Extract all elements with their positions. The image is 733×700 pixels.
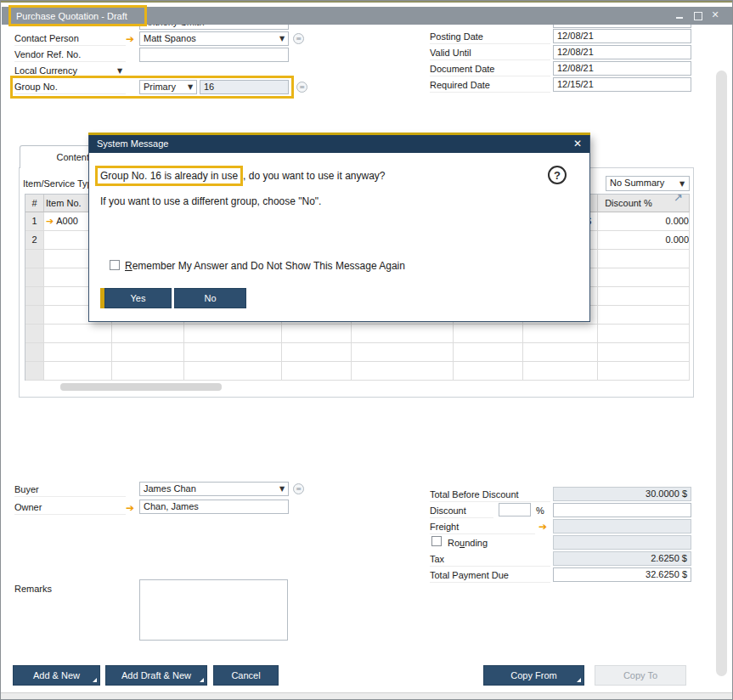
maximize-icon[interactable]: [692, 10, 702, 20]
add-and-new-button[interactable]: Add & New: [13, 665, 100, 686]
table-cell[interactable]: [598, 306, 690, 325]
contact-person-menu-icon[interactable]: ≡: [293, 33, 304, 44]
discount-percent-input[interactable]: [499, 503, 531, 517]
table-cell[interactable]: [25, 362, 44, 381]
contact-person-label: Contact Person: [14, 32, 126, 46]
copy-from-button[interactable]: Copy From: [483, 665, 584, 686]
owner-input[interactable]: Chan, James: [139, 500, 289, 514]
table-cell[interactable]: [112, 325, 184, 343]
table-cell[interactable]: [282, 325, 352, 343]
buyer-select[interactable]: James Chan: [139, 482, 289, 496]
table-cell[interactable]: 1: [25, 212, 44, 231]
group-no-menu-icon[interactable]: ≡: [296, 82, 307, 93]
contact-person-chevron-down-icon[interactable]: ▼: [279, 35, 285, 42]
table-cell[interactable]: [352, 362, 454, 381]
table-cell[interactable]: [112, 362, 184, 381]
posting-date-label: Posting Date: [430, 31, 550, 44]
vertical-scrollbar[interactable]: [716, 71, 727, 676]
table-cell[interactable]: [598, 362, 690, 381]
table-cell[interactable]: [25, 343, 44, 362]
table-cell[interactable]: [598, 268, 690, 287]
dialog-close-icon[interactable]: ✕: [573, 138, 582, 150]
required-date-input[interactable]: 12/15/21: [553, 77, 691, 92]
table-cell[interactable]: [523, 325, 598, 343]
table-cell[interactable]: [184, 362, 282, 381]
table-cell[interactable]: [44, 343, 112, 362]
table-cell[interactable]: [598, 287, 690, 306]
column-header[interactable]: #: [25, 195, 44, 212]
buyer-chevron-down-icon[interactable]: ▼: [279, 485, 285, 493]
table-cell[interactable]: [352, 325, 454, 343]
group-no-input[interactable]: 16: [200, 80, 289, 94]
contact-person-link-arrow-icon[interactable]: ➔: [126, 34, 134, 44]
table-cell[interactable]: [44, 325, 112, 343]
currency-chevron-down-icon[interactable]: ▼: [117, 67, 122, 75]
rounding-checkbox[interactable]: [431, 536, 442, 546]
horizontal-scrollbar[interactable]: [60, 383, 222, 391]
summary-chevron-down-icon[interactable]: ▼: [679, 180, 685, 188]
yes-button[interactable]: Yes: [104, 288, 172, 308]
table-cell[interactable]: [25, 250, 44, 268]
table-cell[interactable]: [598, 343, 690, 362]
total-payment-due-label: Total Payment Due: [430, 569, 550, 583]
contact-person-select[interactable]: Matt Spanos: [139, 31, 289, 46]
table-cell[interactable]: [25, 306, 44, 325]
expand-grid-icon[interactable]: ↗: [674, 191, 683, 204]
remember-answer-checkbox[interactable]: [110, 260, 120, 270]
table-cell[interactable]: [44, 362, 112, 381]
document-date-label: Document Date: [430, 63, 550, 76]
group-type-chevron-down-icon[interactable]: ▼: [188, 83, 193, 91]
table-cell[interactable]: 0.000: [598, 212, 690, 231]
table-cell[interactable]: 2: [25, 231, 44, 250]
add-and-new-dropdown-icon[interactable]: [93, 678, 97, 682]
cancel-button[interactable]: Cancel: [213, 665, 279, 686]
table-cell[interactable]: [25, 325, 44, 343]
dialog-titlebar[interactable]: System Message: [89, 135, 589, 153]
table-cell[interactable]: [25, 268, 44, 287]
table-cell[interactable]: [454, 362, 523, 381]
table-cell[interactable]: [454, 343, 523, 362]
table-cell[interactable]: [25, 287, 44, 306]
rounding-value: [553, 535, 691, 550]
freight-link-arrow-icon[interactable]: ➔: [538, 522, 547, 532]
table-cell[interactable]: [112, 343, 184, 362]
add-draft-and-new-button[interactable]: Add Draft & New: [105, 665, 207, 686]
owner-link-arrow-icon[interactable]: ➔: [126, 503, 134, 513]
table-cell[interactable]: [282, 343, 352, 362]
tax-label: Tax: [430, 553, 550, 567]
buyer-menu-icon[interactable]: ≡: [293, 483, 304, 494]
table-cell[interactable]: [598, 325, 690, 343]
table-cell[interactable]: [523, 362, 598, 381]
table-cell[interactable]: [184, 325, 282, 343]
table-cell[interactable]: [352, 343, 454, 362]
table-cell[interactable]: [184, 343, 282, 362]
required-date-label: Required Date: [430, 79, 550, 93]
total-before-discount-label: Total Before Discount: [430, 488, 550, 502]
table-cell[interactable]: [598, 250, 690, 268]
table-cell[interactable]: [454, 325, 523, 343]
document-date-input[interactable]: 12/08/21: [553, 61, 691, 76]
freight-label: Freight: [430, 521, 535, 534]
copy-from-dropdown-icon[interactable]: [577, 678, 581, 682]
valid-until-input[interactable]: 12/08/21: [553, 45, 691, 59]
table-cell[interactable]: [523, 343, 598, 362]
summary-mode-select[interactable]: No Summary: [606, 176, 690, 191]
vendor-ref-input[interactable]: [139, 48, 289, 62]
no-button[interactable]: No: [174, 288, 246, 308]
remarks-textarea[interactable]: [139, 579, 288, 641]
currency-select[interactable]: Local Currency: [14, 65, 126, 78]
window-controls: ✕: [674, 10, 720, 20]
copy-to-button: Copy To: [595, 665, 686, 686]
table-cell[interactable]: [282, 362, 352, 381]
buyer-label: Buyer: [14, 483, 126, 497]
posting-date-input[interactable]: 12/08/21: [553, 29, 691, 43]
help-icon[interactable]: ?: [548, 166, 567, 184]
minimize-icon[interactable]: [674, 10, 685, 20]
add-draft-dropdown-icon[interactable]: [200, 678, 204, 682]
row-link-arrow-icon[interactable]: ➔: [46, 216, 54, 227]
close-icon[interactable]: ✕: [710, 10, 720, 20]
discount-amount-input[interactable]: [553, 503, 691, 517]
table-cell[interactable]: 0.000: [598, 231, 690, 250]
remember-answer-label[interactable]: Remember My Answer and Do Not Show This …: [125, 260, 405, 272]
discount-percent-sign: %: [536, 505, 548, 518]
